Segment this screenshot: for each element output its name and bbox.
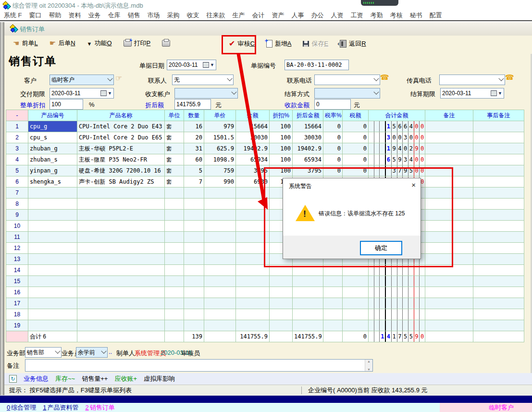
cell-total-digits[interactable]: 379500 <box>369 165 425 176</box>
table-row[interactable]: 3zhuban_g主板-华硕 P5PL2-E套31625.919402.9100… <box>6 143 524 154</box>
cell-post-remark[interactable] <box>473 243 524 254</box>
next-doc-button[interactable]: 后单N <box>49 39 75 48</box>
cell-post-remark[interactable] <box>473 265 524 276</box>
audit-button[interactable]: 审核C <box>229 39 255 48</box>
cell-code[interactable] <box>28 309 77 320</box>
cell-tax[interactable]: 0 <box>343 165 369 176</box>
cell-price[interactable] <box>204 320 236 331</box>
menu-item[interactable]: 市场 <box>148 11 160 20</box>
cell-name[interactable] <box>77 254 165 265</box>
cell-post-remark[interactable] <box>473 254 524 265</box>
cell-code[interactable] <box>28 320 77 331</box>
cell-disc-amount[interactable] <box>293 298 323 309</box>
cell-unit[interactable] <box>165 243 184 254</box>
cell-tax-rate[interactable] <box>323 309 343 320</box>
cell-name[interactable]: 声卡-创新 SB Audigy2 ZS <box>77 176 165 187</box>
table-row[interactable]: 16 <box>6 287 524 298</box>
cell-tax-rate[interactable]: 0 <box>323 165 343 176</box>
cell-qty[interactable] <box>184 298 204 309</box>
phone-icon[interactable] <box>380 73 389 82</box>
cell-qty[interactable] <box>184 232 204 243</box>
fax-phone-icon[interactable] <box>505 73 514 82</box>
menu-item[interactable]: 秘书 <box>410 11 422 20</box>
cell-name[interactable] <box>77 187 165 199</box>
cell-tax[interactable] <box>343 298 369 309</box>
cell-post-remark[interactable] <box>473 121 524 132</box>
cell-discount[interactable]: 100 <box>270 143 293 154</box>
table-row[interactable]: 5yinpan_g硬盘-希捷 320G 7200.10 16套575937951… <box>6 165 524 176</box>
cell-name[interactable]: CPU-Intel Core 2 Duo E43 <box>77 121 165 132</box>
cell-discount[interactable] <box>270 298 293 309</box>
business-info-item[interactable]: 应收账+ <box>114 375 137 383</box>
cell-tax-rate[interactable]: 0 <box>323 121 343 132</box>
cell-remark[interactable] <box>425 298 473 309</box>
cell-code[interactable] <box>28 265 77 276</box>
cell-code[interactable] <box>28 254 77 265</box>
table-row[interactable]: 17 <box>6 298 524 309</box>
cell-disc-amount[interactable] <box>293 265 323 276</box>
cell-amount[interactable] <box>236 287 270 298</box>
cell-post-remark[interactable] <box>473 287 524 298</box>
delivery-date-field[interactable]: 2020-03-11 ▼ <box>49 88 114 99</box>
cell-disc-amount[interactable]: 19402.9 <box>293 143 323 154</box>
cell-price[interactable]: 1098.9 <box>204 154 236 165</box>
cell-discount[interactable] <box>270 320 293 331</box>
cell-qty[interactable]: 7 <box>184 176 204 187</box>
cell-remark[interactable] <box>425 276 473 287</box>
cell-name[interactable] <box>77 210 165 221</box>
discount-input[interactable]: 100 <box>49 99 83 110</box>
table-row[interactable]: 19 <box>6 320 524 331</box>
cell-amount[interactable]: 30030 <box>236 132 270 143</box>
cell-price[interactable]: 979 <box>204 121 236 132</box>
cell-code[interactable]: zhuban_s <box>28 154 77 165</box>
cell-code[interactable] <box>28 210 77 221</box>
customer-combo[interactable]: 临时客户 <box>49 75 114 85</box>
order-lines-table[interactable]: -产品编号产品名称单位数量单价金额折扣%折后金额税率%税额合计金额备注事后备注 … <box>6 110 524 342</box>
menu-item[interactable]: 销售 <box>128 11 140 20</box>
cell-unit[interactable]: 套 <box>165 176 184 187</box>
business-info-item[interactable]: 业务信息 <box>24 375 49 383</box>
cell-code[interactable] <box>28 276 77 287</box>
cell-qty[interactable]: 60 <box>184 154 204 165</box>
cell-remark[interactable] <box>425 121 473 132</box>
cell-amount[interactable] <box>236 221 270 232</box>
table-row[interactable]: 10 <box>6 221 524 232</box>
remark-scrollbar[interactable]: ▲▼ <box>365 360 372 371</box>
cell-post-remark[interactable] <box>473 154 524 165</box>
cell-qty[interactable]: 31 <box>184 143 204 154</box>
dept-combo[interactable]: 销售部 <box>25 347 62 358</box>
cell-amount[interactable] <box>236 232 270 243</box>
cell-unit[interactable] <box>165 187 184 199</box>
cell-name[interactable] <box>77 265 165 276</box>
settle-method-combo[interactable] <box>314 88 380 99</box>
cell-remark[interactable] <box>425 199 473 210</box>
cell-price[interactable] <box>204 243 236 254</box>
cell-discount[interactable]: 100 <box>270 132 293 143</box>
cell-code[interactable]: zhuban_g <box>28 143 77 154</box>
cell-post-remark[interactable] <box>473 165 524 176</box>
cell-price[interactable] <box>204 309 236 320</box>
cell-price[interactable]: 990 <box>204 176 236 187</box>
cell-tax-rate[interactable] <box>323 287 343 298</box>
cell-code[interactable] <box>28 187 77 199</box>
menu-item[interactable]: 办公 <box>311 11 324 20</box>
cell-tax[interactable] <box>343 276 369 287</box>
save-button[interactable]: 保存E <box>303 39 328 48</box>
new-button[interactable]: 新增A <box>266 39 292 48</box>
table-row[interactable]: 6shengka_s声卡-创新 SB Audigy2 ZS套7990693010… <box>6 176 524 187</box>
cell-qty[interactable] <box>184 254 204 265</box>
cell-price[interactable]: 759 <box>204 165 236 176</box>
cell-discount[interactable]: 100 <box>270 121 293 132</box>
cell-remark[interactable] <box>425 176 473 187</box>
cell-name[interactable] <box>77 199 165 210</box>
cell-code[interactable] <box>28 287 77 298</box>
cell-qty[interactable] <box>184 221 204 232</box>
taskbar-item[interactable]: 0综合管理 <box>7 403 36 412</box>
cell-remark[interactable] <box>425 243 473 254</box>
cell-total-digits[interactable]: 1940290 <box>369 143 425 154</box>
cell-name[interactable] <box>77 276 165 287</box>
cell-disc-amount[interactable] <box>293 276 323 287</box>
cell-unit[interactable]: 套 <box>165 165 184 176</box>
menu-item[interactable]: 收支 <box>187 11 199 20</box>
cell-tax[interactable]: 0 <box>343 121 369 132</box>
